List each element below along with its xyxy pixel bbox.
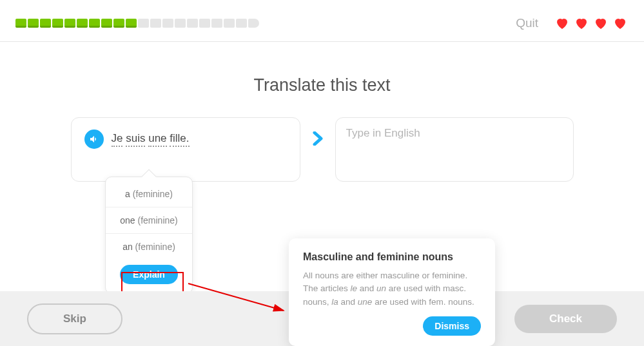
progress-segment	[64, 19, 75, 28]
word-token[interactable]: Je	[112, 132, 123, 147]
heart-icon	[592, 15, 609, 31]
progress-segment	[77, 19, 88, 28]
answer-input[interactable]	[346, 127, 563, 166]
word-token[interactable]: fille.	[170, 132, 189, 147]
progress-segment	[101, 19, 112, 28]
hint-main: a	[125, 189, 130, 199]
speaker-icon[interactable]	[84, 130, 104, 149]
progress-segment	[162, 19, 173, 28]
hint-list: a (feminine)one (feminine)an (feminine)	[106, 181, 192, 260]
progress-segment	[15, 19, 26, 28]
hint-main: one	[120, 215, 135, 226]
explanation-popup: Masculine and feminine nouns All nouns a…	[289, 238, 495, 346]
progress-segment	[28, 19, 39, 28]
hint-qualifier: (feminine)	[133, 242, 175, 252]
progress-segment	[126, 19, 137, 28]
hint-main: an	[122, 242, 133, 252]
hint-item[interactable]: one (feminine)	[106, 207, 192, 234]
progress-segment	[248, 19, 259, 28]
hint-item[interactable]: an (feminine)	[106, 234, 192, 260]
arrow-right-icon	[312, 131, 324, 148]
progress-segment	[150, 19, 161, 28]
quit-link[interactable]: Quit	[516, 16, 538, 30]
progress-segment	[40, 19, 51, 28]
hearts-container	[554, 15, 629, 31]
explain-button[interactable]: Explain	[120, 265, 178, 284]
progress-segment	[89, 19, 100, 28]
source-card: Je suis une fille.	[71, 117, 300, 182]
check-button[interactable]: Check	[514, 305, 617, 333]
progress-bar	[15, 19, 516, 28]
heart-icon	[554, 15, 571, 31]
answer-card	[335, 117, 574, 182]
heart-icon	[612, 15, 629, 31]
progress-segment	[187, 19, 198, 28]
skip-button[interactable]: Skip	[27, 303, 122, 334]
hint-popup: a (feminine)one (feminine)an (feminine) …	[105, 177, 193, 294]
progress-segment	[113, 19, 124, 28]
hint-item[interactable]: a (feminine)	[106, 181, 192, 207]
progress-segment	[52, 19, 63, 28]
exercise-title: Translate this text	[0, 75, 644, 95]
dismiss-button[interactable]: Dismiss	[423, 316, 481, 336]
heart-icon	[573, 15, 590, 31]
header: Quit	[0, 0, 644, 42]
progress-segment	[224, 19, 235, 28]
progress-segment	[175, 19, 186, 28]
source-sentence: Je suis une fille.	[112, 130, 190, 145]
progress-segment	[199, 19, 210, 28]
explanation-title: Masculine and feminine nouns	[303, 251, 481, 263]
hint-qualifier: (feminine)	[135, 215, 178, 226]
word-token[interactable]: une	[148, 132, 166, 147]
exercise-row: Je suis une fille.	[0, 117, 644, 182]
progress-segment	[211, 19, 222, 28]
word-token[interactable]: suis	[126, 132, 145, 147]
progress-segment	[236, 19, 247, 28]
progress-segment	[138, 19, 149, 28]
hint-qualifier: (feminine)	[130, 189, 173, 199]
explanation-body: All nouns are either masculine or femini…	[303, 269, 481, 309]
